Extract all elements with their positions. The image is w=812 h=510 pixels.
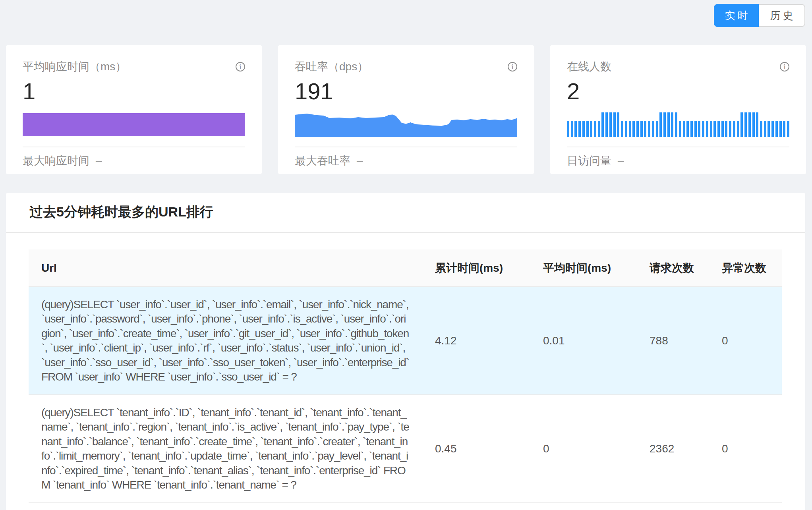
url-table-wrap: Url累计时间(ms)平均时间(ms)请求次数异常次数 (query)SELEC… — [29, 249, 782, 503]
bar — [721, 121, 724, 137]
card-value: 191 — [295, 78, 517, 104]
bar — [598, 121, 600, 137]
bar — [609, 112, 612, 137]
bar — [756, 112, 758, 137]
bar — [675, 112, 677, 137]
card-chart — [23, 112, 245, 137]
bar — [744, 112, 747, 137]
bar — [679, 121, 681, 137]
card-footer-label: 最大吞吐率 — [295, 155, 350, 167]
url-cell: (query)SELECT `tenant_info`.`ID`, `tenan… — [29, 395, 422, 503]
card-footer-label: 最大响应时间 — [23, 155, 89, 167]
bar — [625, 121, 627, 137]
card-divider — [295, 147, 517, 147]
stat-card-throughput: 吞吐率（dps）i191最大吞吐率– — [278, 45, 534, 174]
bar — [683, 121, 685, 137]
card-divider — [23, 147, 245, 147]
card-title: 吞吐率（dps） — [295, 60, 368, 73]
bar — [702, 121, 704, 137]
avg-time-cell: 0.01 — [530, 287, 637, 395]
table-row: (query)SELECT `user_info`.`user_id`, `us… — [29, 287, 782, 395]
requests-cell: 2362 — [637, 395, 709, 503]
toggle-option-realtime[interactable]: 实时 — [714, 4, 759, 27]
card-footer-value: – — [357, 155, 363, 167]
avg-time-cell: 0 — [530, 395, 637, 503]
area-chart — [295, 113, 517, 137]
card-footer: 最大响应时间– — [23, 154, 245, 167]
bar — [783, 121, 785, 137]
card-value: 2 — [567, 78, 789, 104]
bar — [594, 121, 596, 137]
panel-title-divider — [6, 232, 805, 233]
bar — [613, 112, 616, 137]
bar — [648, 121, 650, 137]
stat-cards: 平均响应时间（ms）i1最大响应时间–吞吐率（dps）i191最大吞吐率–在线人… — [6, 45, 806, 174]
bar-chart — [567, 112, 789, 137]
url-ranking-panel: 过去5分钟耗时最多的URL排行 Url累计时间(ms)平均时间(ms)请求次数异… — [6, 193, 805, 510]
info-icon[interactable]: i — [508, 62, 517, 71]
errors-cell: 0 — [709, 395, 782, 503]
bar — [771, 121, 774, 137]
info-icon[interactable]: i — [780, 62, 789, 71]
card-chart — [567, 112, 789, 137]
bar — [636, 121, 639, 137]
stat-card-avg-response-time: 平均响应时间（ms）i1最大响应时间– — [6, 45, 262, 174]
bar — [567, 121, 569, 137]
table-body: (query)SELECT `user_info`.`user_id`, `us… — [29, 287, 782, 503]
stat-card-online-users: 在线人数i2日访问量– — [550, 45, 806, 174]
bar — [787, 121, 789, 137]
bar — [698, 121, 700, 137]
bar — [779, 121, 782, 137]
card-head: 在线人数i — [567, 60, 789, 73]
bar — [752, 112, 755, 137]
info-icon[interactable]: i — [236, 62, 245, 71]
bar — [621, 121, 623, 137]
bar — [729, 121, 731, 137]
card-divider — [567, 147, 789, 147]
table-header-1: 累计时间(ms) — [422, 249, 530, 287]
bar — [694, 121, 697, 137]
table-header-row: Url累计时间(ms)平均时间(ms)请求次数异常次数 — [29, 249, 782, 287]
bar — [652, 121, 654, 137]
bar — [764, 121, 766, 137]
bar — [768, 121, 770, 137]
bar — [775, 121, 778, 137]
bar — [586, 121, 589, 137]
card-value: 1 — [23, 78, 245, 104]
bar — [590, 121, 592, 137]
bar — [706, 121, 708, 137]
bar — [690, 121, 693, 137]
table-header-3: 请求次数 — [637, 249, 709, 287]
bar — [667, 112, 670, 137]
total-time-cell: 4.12 — [422, 287, 530, 395]
bar — [601, 112, 604, 137]
url-table: Url累计时间(ms)平均时间(ms)请求次数异常次数 (query)SELEC… — [29, 249, 782, 503]
bar — [617, 112, 619, 137]
single-bar-chart — [23, 113, 245, 136]
toggle-option-history[interactable]: 历史 — [759, 4, 805, 27]
table-header-url: Url — [29, 249, 422, 287]
card-footer: 日访问量– — [567, 154, 789, 167]
bar — [578, 121, 581, 137]
card-footer: 最大吞吐率– — [295, 154, 517, 167]
bar — [737, 121, 739, 137]
bar — [632, 121, 635, 137]
errors-cell: 0 — [709, 287, 782, 395]
requests-cell: 788 — [637, 287, 709, 395]
card-title: 在线人数 — [567, 60, 611, 73]
bar — [659, 112, 662, 137]
bar — [710, 121, 712, 137]
bar — [725, 121, 727, 137]
bar — [733, 121, 735, 137]
card-footer-value: – — [96, 155, 102, 167]
card-footer-value: – — [618, 155, 624, 167]
table-header-2: 平均时间(ms) — [530, 249, 637, 287]
bar — [582, 121, 585, 137]
table-row: (query)SELECT `tenant_info`.`ID`, `tenan… — [29, 395, 782, 503]
card-head: 吞吐率（dps）i — [295, 60, 517, 73]
bar — [686, 121, 689, 137]
panel-title: 过去5分钟耗时最多的URL排行 — [6, 193, 805, 220]
total-time-cell: 0.45 — [422, 395, 530, 503]
table-header-4: 异常次数 — [709, 249, 782, 287]
bar — [571, 121, 573, 137]
